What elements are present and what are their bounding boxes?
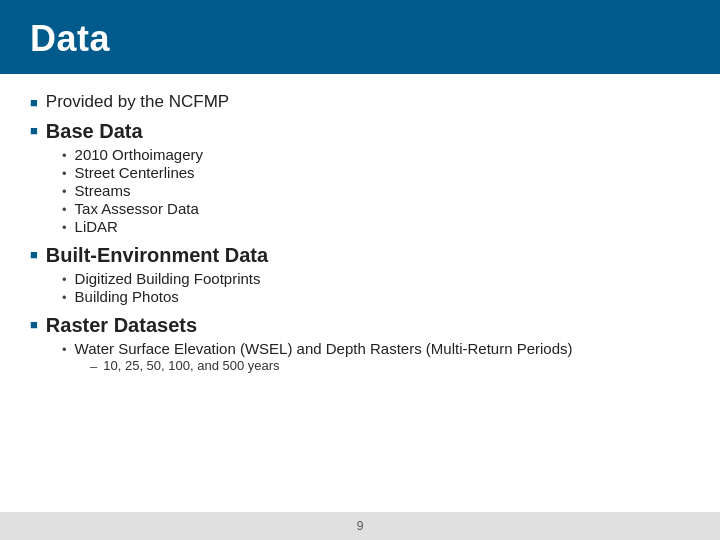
raster-sub-list: – 10, 25, 50, 100, and 500 years (90, 358, 690, 374)
raster-label: Raster Datasets (46, 314, 197, 337)
dot-icon: • (62, 166, 67, 181)
slide-header: Data (0, 0, 720, 74)
dot-icon: • (62, 202, 67, 217)
list-item: • LiDAR (62, 218, 690, 235)
bullet-provided-text: Provided by the NCFMP (46, 92, 229, 112)
slide-footer: 9 (0, 512, 720, 540)
built-env-bullet-icon: ■ (30, 247, 38, 262)
dot-icon: • (62, 184, 67, 199)
list-item: • Digitized Building Footprints (62, 270, 690, 287)
page-number: 9 (357, 519, 364, 533)
list-item: – 10, 25, 50, 100, and 500 years (90, 358, 690, 374)
dot-icon: • (62, 148, 67, 163)
base-data-label: Base Data (46, 120, 143, 143)
base-data-header: ■ Base Data (30, 120, 690, 143)
dot-icon: • (62, 272, 67, 287)
slide-title: Data (30, 18, 110, 59)
dot-icon: • (62, 220, 67, 235)
raster-list: • Water Surface Elevation (WSEL) and Dep… (62, 340, 690, 374)
dot-icon: • (62, 342, 67, 357)
list-item: • Streams (62, 182, 690, 199)
built-env-header: ■ Built-Environment Data (30, 244, 690, 267)
built-env-label: Built-Environment Data (46, 244, 268, 267)
section-base-data: ■ Base Data • 2010 Orthoimagery • Street… (30, 120, 690, 236)
base-data-list: • 2010 Orthoimagery • Street Centerlines… (62, 146, 690, 235)
section-built-environment: ■ Built-Environment Data • Digitized Bui… (30, 244, 690, 306)
list-item: • Street Centerlines (62, 164, 690, 181)
built-env-list: • Digitized Building Footprints • Buildi… (62, 270, 690, 305)
slide-content: ■ Provided by the NCFMP ■ Base Data • 20… (0, 74, 720, 512)
section-raster: ■ Raster Datasets • Water Surface Elevat… (30, 314, 690, 374)
dot-icon: • (62, 290, 67, 305)
top-bullets: ■ Provided by the NCFMP (30, 92, 690, 116)
list-item: • Tax Assessor Data (62, 200, 690, 217)
base-data-bullet-icon: ■ (30, 123, 38, 138)
list-item: • Building Photos (62, 288, 690, 305)
raster-bullet-icon: ■ (30, 317, 38, 332)
dash-icon: – (90, 359, 97, 374)
list-item: • 2010 Orthoimagery (62, 146, 690, 163)
bullet-square-icon: ■ (30, 95, 38, 110)
bullet-provided: ■ Provided by the NCFMP (30, 92, 690, 112)
list-item: • Water Surface Elevation (WSEL) and Dep… (62, 340, 690, 357)
slide: Data ■ Provided by the NCFMP ■ Base Data… (0, 0, 720, 540)
raster-header: ■ Raster Datasets (30, 314, 690, 337)
